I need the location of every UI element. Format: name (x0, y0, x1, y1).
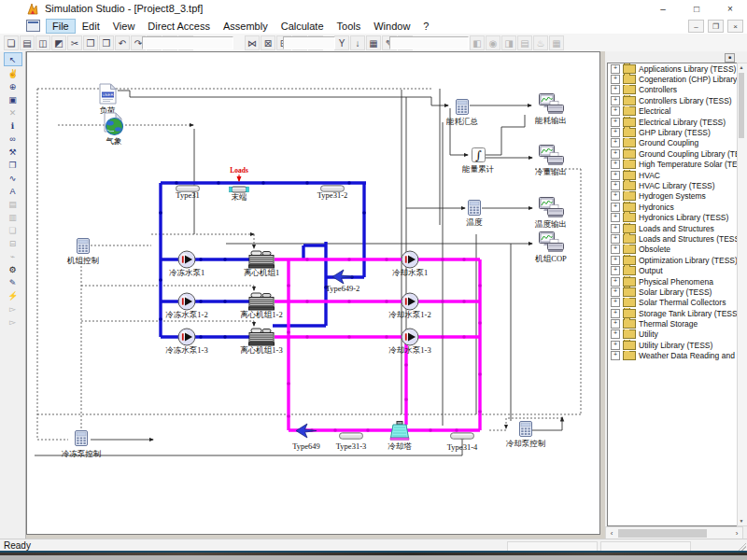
tree-item[interactable]: +Optimization Library (TESS) (608, 255, 737, 265)
paste-button[interactable]: ❒ (99, 35, 114, 50)
print-area-tool[interactable]: ⊟ (5, 237, 21, 249)
new-button[interactable]: ❏ (4, 35, 19, 50)
scroll-down-arrow-icon[interactable]: ▼ (738, 517, 745, 525)
tree-item[interactable]: +Thermal Storage (608, 318, 737, 329)
component-type31-4[interactable] (450, 427, 474, 443)
expand-icon[interactable]: + (611, 106, 620, 116)
expand-icon[interactable]: + (611, 329, 620, 339)
save-button[interactable]: ◫ (35, 35, 50, 50)
plug-tool[interactable]: ⌁ (5, 250, 21, 262)
tree-item[interactable]: +Utility Library (TESS) (608, 340, 737, 350)
tree-item[interactable]: +Loads and Structures (608, 223, 737, 233)
child-close-button[interactable]: × (727, 20, 743, 33)
tree-item[interactable]: +Utility (608, 329, 737, 340)
expand-icon[interactable]: + (611, 287, 620, 297)
expand-icon[interactable]: + (611, 160, 620, 169)
tree-item[interactable]: +Weather Data Reading and Process (608, 351, 737, 361)
scroll-left-arrow-icon[interactable]: ‹ (606, 528, 617, 539)
rotate-button[interactable]: ◉ (486, 35, 500, 50)
table-button[interactable]: ▦ (366, 35, 381, 50)
project-canvas[interactable]: Loads USER负荷气象Type31末端Type31-2能耗汇总能耗输出∫能… (26, 51, 600, 535)
macro-tool-1[interactable]: ▻ (5, 302, 21, 315)
expand-icon[interactable]: + (611, 85, 620, 94)
tree-item[interactable]: +Hydronics Library (TESS) (608, 212, 737, 222)
expand-icon[interactable]: + (611, 171, 620, 180)
tree-item[interactable]: +Storage Tank Library (TESS) (608, 308, 737, 318)
component-energy-integrator[interactable]: ∫ (472, 147, 486, 166)
tree-item[interactable]: +Controllers Library (TESS) (608, 95, 737, 105)
menu-view[interactable]: View (106, 19, 142, 34)
component-load-file[interactable]: USER (99, 83, 117, 108)
expand-icon[interactable]: + (611, 319, 620, 329)
expand-icon[interactable]: + (611, 191, 620, 201)
tree-item[interactable]: +Hydronics (608, 202, 737, 212)
settings-tool[interactable]: ⚙ (5, 263, 21, 275)
child-minimize-button[interactable]: – (688, 20, 704, 33)
palette-pin-button[interactable]: ■ (725, 53, 735, 63)
tree-item[interactable]: +HVAC Library (TESS) (608, 180, 737, 190)
expand-icon[interactable]: + (611, 118, 620, 127)
component-energy-output[interactable] (539, 93, 564, 118)
expand-icon[interactable]: + (611, 75, 620, 84)
expand-icon[interactable]: + (611, 351, 620, 360)
copy-button[interactable]: ❐ (83, 35, 98, 50)
spline-tool[interactable]: ∿ (5, 172, 21, 184)
info-tool[interactable]: ℹ (5, 119, 21, 132)
text-tool[interactable]: A (5, 185, 21, 197)
component-cooling-output[interactable] (539, 145, 564, 169)
tree-item[interactable]: +Ground Coupling Library (TESS) (608, 148, 737, 159)
tree-item[interactable]: +Ground Coupling (608, 138, 737, 148)
output-window-button[interactable]: ♨ (533, 35, 548, 50)
expand-icon[interactable]: + (611, 149, 620, 159)
snapshot-tool[interactable]: ▣ (5, 93, 21, 105)
expand-icon[interactable]: + (611, 224, 620, 233)
menu-direct-access[interactable]: Direct Access (141, 19, 217, 34)
expand-icon[interactable]: + (611, 96, 620, 105)
palette-vertical-scrollbar[interactable]: ▲ ▼ (737, 63, 747, 526)
pan-tool[interactable]: ✌ (5, 67, 21, 79)
component-unit-control[interactable] (77, 238, 90, 258)
layers-tool[interactable]: ▥ (5, 211, 21, 223)
tree-item[interactable]: +Controllers (608, 85, 737, 95)
tree-item[interactable]: +GHP Library (TESS) (608, 127, 737, 137)
zoom-frame-button[interactable]: ◧ (470, 35, 485, 50)
cut-button[interactable]: ✂ (67, 35, 82, 50)
close-button[interactable]: × (713, 0, 747, 17)
expand-icon[interactable]: + (611, 277, 620, 287)
expand-icon[interactable]: + (611, 309, 620, 318)
child-restore-button[interactable]: ❐ (708, 20, 724, 33)
menu-calculate[interactable]: Calculate (275, 19, 331, 34)
component-temperature-output[interactable] (539, 197, 564, 221)
parameter-tool[interactable]: ⚒ (5, 146, 21, 158)
expand-icon[interactable]: + (611, 181, 620, 190)
expand-icon[interactable]: + (611, 203, 620, 212)
tree-item[interactable]: +Solar Library (TESS) (608, 287, 737, 297)
tree-item[interactable]: +High Temperature Solar (TESS) (608, 160, 737, 170)
layers-button[interactable]: ▤ (517, 35, 532, 50)
tree-item[interactable]: +Electrical Library (TESS) (608, 117, 737, 127)
tree-item[interactable]: +Physical Phenomena (608, 276, 737, 287)
maximize-button[interactable]: □ (680, 0, 713, 17)
tree-item[interactable]: +Obsolete (608, 245, 737, 255)
expand-icon[interactable]: + (611, 256, 620, 265)
grid-tool[interactable]: ▤ (5, 198, 21, 210)
expand-icon[interactable]: + (611, 234, 620, 244)
scroll-up-arrow-icon[interactable]: ▲ (738, 63, 745, 72)
expand-icon[interactable]: + (611, 138, 620, 147)
stamp-tool[interactable]: ❐ (5, 159, 21, 171)
mirror-button[interactable]: ◨ (501, 35, 516, 50)
tree-item[interactable]: +Electrical (608, 106, 737, 117)
expand-icon[interactable]: + (611, 213, 620, 222)
component-unit-cop-output[interactable] (539, 231, 564, 256)
make-same-size-button[interactable]: ⋈ (245, 35, 260, 50)
link-tool[interactable]: ∞ (5, 133, 21, 145)
scroll-right-arrow-icon[interactable]: › (731, 528, 742, 539)
tree-item[interactable]: +Loads and Structures (TESS) (608, 233, 737, 244)
menu-help[interactable]: ? (416, 19, 435, 34)
expand-icon[interactable]: + (611, 266, 620, 275)
select-tool[interactable]: ↖ (4, 52, 22, 66)
component-chw-pump-control[interactable] (75, 430, 88, 450)
download-button[interactable]: ↓ (350, 35, 365, 50)
pen-tool[interactable]: ✎ (5, 276, 21, 288)
menu-assembly[interactable]: Assembly (217, 19, 275, 34)
